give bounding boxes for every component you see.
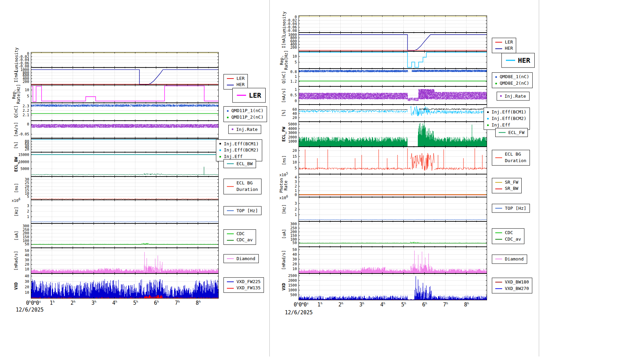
vxd-rate-y-tick-label: 40 bbox=[0, 274, 29, 278]
diamond-dose-y-tick-label: 20 bbox=[270, 262, 297, 266]
series-line-marker bbox=[506, 60, 515, 61]
time-tick-label: 8h bbox=[464, 302, 469, 308]
panel-her-strip-charts: Luminosity0-0.02-0.04-0.06-0.08I[mA]1000… bbox=[270, 0, 539, 356]
strip-chart-luminosity: Luminosity0-0.02-0.04-0.06-0.08 bbox=[270, 15, 539, 33]
series-line-marker bbox=[227, 240, 234, 241]
legend-item: VXD_FW135 bbox=[227, 285, 260, 292]
ecl-fw-y-tick-label: 2000 bbox=[270, 135, 297, 139]
legend-item: HER bbox=[506, 56, 530, 65]
inj-rate-y-tick-label: 1 bbox=[270, 87, 297, 92]
vxd-rate-y-tick-label: 20 bbox=[0, 285, 29, 289]
legend-item: QMD11P_1(nC) bbox=[227, 108, 264, 114]
time-unit: h bbox=[157, 300, 159, 303]
legend-item: Inj.Eff(BCM1) bbox=[219, 141, 259, 147]
date-label: 12/6/2025 bbox=[16, 307, 44, 313]
legend-item: QMD8E_1(nC) bbox=[495, 74, 529, 80]
series-line-marker bbox=[227, 258, 234, 259]
legend-label: ECL BG Duration bbox=[505, 151, 526, 164]
legend-item: ECL_BW bbox=[227, 160, 253, 167]
inj-rate-y-tick-label: 0 bbox=[0, 122, 29, 126]
ecl-bg-duration-y-tick-label: 5 bbox=[270, 166, 297, 170]
time-unit: h bbox=[136, 300, 138, 303]
legend-item: Inj.Eff(BCM2) bbox=[219, 147, 259, 154]
legend-top-rate: TOP [Hz] bbox=[223, 206, 262, 215]
legend-item: Diamond bbox=[227, 255, 255, 262]
inj-rate-y-tick-label: 0 bbox=[270, 99, 297, 103]
ecl-bw-y-tick-label: 10000 bbox=[0, 160, 29, 164]
legend-label: CDC bbox=[505, 230, 513, 236]
legend-bunch-charge: QMD11P_1(nC)QMD11P_2(nC) bbox=[223, 106, 267, 122]
legend-inj-rate: Inj.Rate bbox=[497, 92, 530, 101]
inj-eff-plot bbox=[31, 138, 219, 152]
bunch-charge-plot bbox=[299, 69, 487, 86]
exponent: 5 bbox=[286, 172, 288, 175]
vxd-rate-y-tick-label: 2500 bbox=[270, 274, 297, 278]
strip-chart-rep-rate: Rep. Rate[Hz]105 bbox=[270, 51, 539, 69]
series-dot-marker bbox=[227, 117, 229, 118]
legend-inj-eff: Inj.Eff(BCM1)Inj.Eff(BCM2)Inj.Eff bbox=[484, 108, 530, 130]
legend-label: LER bbox=[236, 75, 244, 82]
diamond-dose-y-tick-label: 20 bbox=[0, 262, 29, 266]
legend-item: Inj.Rate bbox=[500, 93, 526, 99]
time-unit: m bbox=[302, 302, 303, 305]
legend-item: ECL BG Duration bbox=[227, 180, 258, 193]
ecl-bg-duration-plot bbox=[299, 147, 487, 174]
legend-label: QMD8E_2(nC) bbox=[500, 80, 529, 87]
inj-eff-y-tick-label: 40 bbox=[270, 111, 297, 116]
legend-item: Inj.Eff bbox=[487, 122, 526, 128]
series-dot-marker bbox=[219, 149, 221, 151]
time-tick-label: 4h bbox=[112, 300, 117, 306]
legend-item: VXD_FW225 bbox=[227, 279, 260, 285]
time-unit: s bbox=[307, 302, 308, 305]
time-unit: h bbox=[320, 302, 322, 305]
inj-eff-y-tick-label: 20 bbox=[0, 147, 29, 151]
legend-label: Inj.Eff(BCM1) bbox=[224, 141, 259, 147]
time-tick-label: 5h bbox=[401, 302, 406, 308]
series-dot-marker bbox=[495, 83, 497, 84]
legend-item: CDC bbox=[495, 230, 521, 236]
top-rate-exponent-label: x106 bbox=[12, 197, 20, 203]
legend-beam-current: LERHER bbox=[223, 74, 248, 90]
time-origin-label: 0h0m0s bbox=[294, 302, 308, 308]
series-line-marker bbox=[495, 259, 502, 259]
legend-diamond-dose: Diamond bbox=[223, 254, 259, 263]
legend-photon-rate: SR_FWSR_BW bbox=[492, 178, 522, 194]
time-unit: h bbox=[383, 302, 385, 305]
top-rate-plot bbox=[299, 197, 487, 221]
time-tick-label: 5h bbox=[133, 300, 138, 306]
photon-rate-y-tick-label: 1 bbox=[270, 189, 297, 193]
vxd-rate-y-tick-label: 1500 bbox=[270, 283, 297, 287]
series-dot-marker bbox=[487, 118, 489, 120]
legend-label: HER bbox=[236, 82, 244, 88]
photon-rate-y-tick-label: 2 bbox=[270, 184, 297, 188]
legend-item: Inj.Eff(BCM2) bbox=[487, 116, 526, 122]
legend-label: ECL_BW bbox=[236, 160, 253, 167]
bunch-charge-y-tick-label: 1.2 bbox=[270, 79, 297, 83]
exponent: 6 bbox=[286, 195, 288, 198]
legend-label: QMD11P_2(nC) bbox=[231, 114, 264, 121]
legend-bunch-charge: QMD8E_1(nC)QMD8E_2(nC) bbox=[492, 72, 533, 88]
legend-label: CDC_av bbox=[236, 237, 253, 244]
photon-rate-y-tick-label: 4 bbox=[270, 175, 297, 179]
legend-label: SR_FW bbox=[505, 179, 518, 186]
diamond-dose-y-tick-label: 10 bbox=[0, 267, 29, 271]
ecl-bw-y-tick-label: 5000 bbox=[0, 167, 29, 171]
bunch-charge-y-tick-label: 1 bbox=[270, 74, 297, 78]
top-rate-exponent-label: x106 bbox=[279, 195, 288, 200]
time-tick-label: 3h bbox=[359, 302, 364, 308]
legend-label: Inj.Eff(BCM2) bbox=[491, 116, 526, 122]
rep-rate-y-tick-label: 10 bbox=[270, 54, 297, 58]
time-tick-label: 8h bbox=[196, 300, 201, 306]
diamond-dose-plot bbox=[31, 248, 219, 274]
time-axis: 0h0m0s1h2h3h4h5h6h7h8h bbox=[270, 302, 539, 310]
time-unit: m bbox=[34, 300, 36, 303]
bunch-charge-y-tick-label: 2.3 bbox=[0, 104, 29, 108]
legend-item: HER bbox=[495, 46, 513, 52]
bunch-charge-y-tick-label: 2.1 bbox=[0, 113, 29, 117]
time-unit: h bbox=[116, 300, 117, 303]
series-dot-marker bbox=[219, 143, 221, 145]
diamond-dose-y-tick-label: 10 bbox=[270, 267, 297, 271]
series-line-marker bbox=[227, 78, 234, 79]
dashboard-screen: Luminosity0-0.02-0.04-0.06-0.08I[mA]1000… bbox=[0, 0, 619, 364]
rep-rate-y-tick-label: 5 bbox=[270, 60, 297, 64]
